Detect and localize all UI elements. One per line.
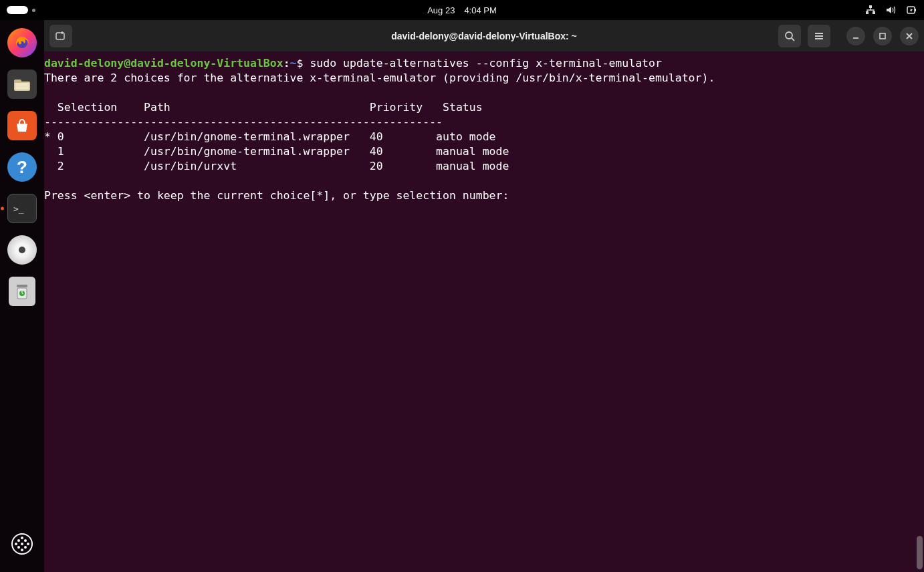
workspace-dot-icon: [32, 9, 35, 12]
svg-rect-9: [17, 285, 27, 287]
window-title: david-delony@david-delony-VirtualBox: ~: [391, 31, 577, 41]
svg-point-16: [24, 546, 27, 549]
clock-area[interactable]: Aug 23 4:04 PM: [427, 5, 497, 15]
dock-files[interactable]: [6, 68, 38, 100]
svg-rect-24: [880, 33, 885, 39]
close-icon: [905, 32, 913, 40]
titlebar: david-delony@david-delony-VirtualBox: ~: [44, 20, 924, 52]
menu-button[interactable]: [808, 25, 830, 47]
dock: ? >_: [0, 20, 44, 572]
output-intro: There are 2 choices for the alternative …: [44, 72, 715, 84]
dock-firefox[interactable]: [6, 27, 38, 59]
table-header: Selection Path Priority Status: [44, 101, 483, 114]
svg-rect-22: [56, 33, 64, 39]
table-row: 2 /usr/bin/urxvt 20 manual mode: [44, 160, 509, 172]
svg-rect-0: [869, 5, 872, 8]
prompt-user-host: david-delony@david-delony-VirtualBox: [44, 57, 283, 69]
battery-icon: [905, 5, 917, 15]
close-button[interactable]: [900, 27, 919, 45]
svg-point-14: [24, 539, 27, 542]
trash-icon: [9, 277, 35, 306]
minimize-button[interactable]: [846, 27, 865, 45]
svg-point-13: [17, 539, 20, 542]
date-label: Aug 23: [427, 5, 455, 15]
output-footer: Press <enter> to keep the current choice…: [44, 189, 515, 202]
maximize-button[interactable]: [873, 27, 892, 45]
activities-pill-icon: [7, 6, 28, 14]
svg-point-21: [27, 543, 29, 545]
terminal-window: david-delony@david-delony-VirtualBox: ~: [44, 20, 924, 572]
terminal-body[interactable]: david-delony@david-delony-VirtualBox:~$ …: [44, 52, 924, 572]
volume-icon: [885, 5, 896, 15]
firefox-icon: [7, 28, 37, 57]
new-tab-button[interactable]: [49, 25, 72, 47]
svg-point-17: [21, 543, 23, 545]
svg-point-20: [15, 543, 17, 545]
new-tab-icon: [55, 30, 67, 42]
maximize-icon: [879, 32, 887, 40]
table-separator: ----------------------------------------…: [44, 116, 443, 128]
svg-rect-8: [15, 83, 29, 90]
help-icon: ?: [7, 152, 37, 182]
activities-area[interactable]: [7, 6, 35, 14]
show-apps-icon: [7, 529, 37, 559]
svg-point-23: [786, 32, 792, 39]
dock-show-apps[interactable]: [6, 528, 38, 560]
files-icon: [7, 69, 37, 99]
svg-rect-7: [14, 80, 21, 83]
dock-software[interactable]: [6, 110, 38, 142]
svg-point-18: [21, 537, 23, 539]
software-icon: [7, 111, 37, 140]
network-icon: [865, 5, 876, 15]
svg-rect-2: [873, 11, 875, 14]
dock-help[interactable]: ?: [6, 151, 38, 183]
dock-trash[interactable]: [6, 275, 38, 307]
dock-disc[interactable]: [6, 234, 38, 266]
table-row: 1 /usr/bin/gnome-terminal.wrapper 40 man…: [44, 145, 509, 158]
prompt-symbol: $: [297, 57, 304, 69]
search-button[interactable]: [778, 25, 801, 47]
svg-rect-1: [866, 11, 869, 14]
prompt-path: ~: [290, 57, 297, 69]
system-tray[interactable]: [865, 5, 917, 15]
svg-point-19: [21, 549, 23, 551]
prompt-colon: :: [283, 57, 290, 69]
disc-icon: [7, 235, 37, 265]
terminal-icon: >_: [7, 194, 37, 223]
svg-point-15: [17, 546, 20, 549]
dock-terminal[interactable]: >_: [6, 192, 38, 225]
command-text: sudo update-alternatives --config x-term…: [310, 57, 662, 69]
search-icon: [784, 31, 795, 41]
minimize-icon: [852, 32, 860, 40]
hamburger-icon: [814, 31, 824, 41]
time-label: 4:04 PM: [464, 5, 496, 15]
svg-rect-4: [915, 9, 916, 11]
table-row: * 0 /usr/bin/gnome-terminal.wrapper 40 a…: [44, 130, 496, 143]
top-bar: Aug 23 4:04 PM: [0, 0, 924, 20]
scrollbar[interactable]: [917, 536, 923, 569]
